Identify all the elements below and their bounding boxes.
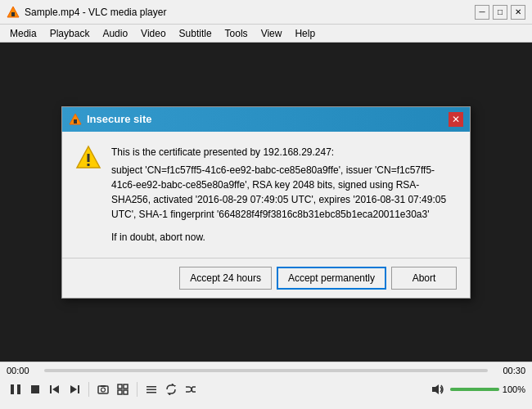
title-bar: Sample.mp4 - VLC media player ─ □ ✕ [0,0,532,25]
extended-button[interactable] [114,380,132,398]
dialog-message-details: subject 'CN=f1c57ff5-41c6-ee92-babc-ce85… [111,163,457,222]
maximize-button[interactable]: □ [493,5,507,20]
progress-bar[interactable] [44,369,488,372]
window-title: Sample.mp4 - VLC media player [25,7,475,18]
snapshot-button[interactable] [94,380,112,398]
warning-icon [75,145,101,171]
shuffle-button[interactable] [182,380,200,398]
svg-rect-14 [98,386,108,393]
window-controls[interactable]: ─ □ ✕ [475,5,525,20]
svg-rect-9 [31,385,39,393]
svg-rect-20 [124,390,128,394]
dialog-overlay: Insecure site ✕ This is the certificate … [0,43,532,362]
stop-button[interactable] [26,380,44,398]
dialog-vlc-icon [69,113,82,126]
separator-2 [137,382,138,397]
progress-area: 00:00 00:30 [0,362,532,379]
snapshot-icon [97,384,109,395]
dialog-footer: Accept 24 hours Accept permanently Abort [62,258,470,298]
dialog-body: This is the certificate presented by 192… [62,132,470,258]
playlist-button[interactable] [142,380,160,398]
separator-1 [88,382,89,397]
extended-icon [117,384,128,395]
menu-item-subtitle[interactable]: Subtitle [173,26,219,41]
svg-rect-12 [78,385,79,393]
menu-item-audio[interactable]: Audio [96,26,134,41]
menu-item-help[interactable]: Help [288,26,322,41]
accept-permanently-button[interactable]: Accept permanently [277,267,386,290]
svg-rect-8 [17,384,20,394]
time-total: 00:30 [493,366,525,375]
shuffle-icon [185,384,196,395]
prev-button[interactable] [46,380,64,398]
svg-rect-3 [74,119,77,124]
dialog-close-button[interactable]: ✕ [449,112,463,127]
loop-icon [165,384,177,395]
svg-marker-29 [432,384,439,394]
dialog-message-doubt: If in doubt, abort now. [111,230,457,245]
svg-rect-17 [118,384,122,389]
dialog-message-intro: This is the certificate presented by 192… [111,145,457,160]
bottom-bar: 00:00 00:30 [0,362,532,409]
svg-rect-19 [118,390,122,394]
svg-marker-13 [70,385,77,393]
prev-icon [49,384,61,395]
dialog-title-bar: Insecure site ✕ [62,107,470,132]
svg-rect-10 [50,385,52,393]
svg-point-15 [101,388,106,392]
menu-item-playback[interactable]: Playback [43,26,97,41]
volume-icon-button[interactable] [429,380,447,398]
loop-button[interactable] [162,380,180,398]
volume-fill [450,388,499,391]
svg-rect-22 [147,389,156,391]
svg-rect-1 [11,12,15,16]
volume-bar[interactable] [450,388,499,391]
volume-area: 100% [429,380,525,398]
svg-marker-11 [52,385,59,393]
svg-rect-7 [11,384,14,394]
menu-item-view[interactable]: View [255,26,289,41]
accept-24-hours-button[interactable]: Accept 24 hours [179,267,272,290]
menu-bar: Media Playback Audio Video Subtitle Tool… [0,25,532,43]
svg-marker-24 [174,385,176,387]
vlc-icon [7,6,20,19]
play-pause-button[interactable] [7,380,25,398]
svg-rect-16 [101,385,106,387]
dialog-title: Insecure site [87,113,449,125]
controls-row: 100% [0,379,532,400]
video-area: Insecure site ✕ This is the certificate … [0,43,532,362]
play-pause-icon [10,384,21,395]
svg-rect-5 [88,154,90,162]
next-icon [69,384,80,395]
svg-rect-18 [124,384,128,389]
menu-item-media[interactable]: Media [3,26,43,41]
minimize-button[interactable]: ─ [475,5,489,20]
svg-rect-6 [88,164,90,166]
playlist-icon [146,384,157,395]
dialog-message: This is the certificate presented by 192… [111,145,457,245]
menu-item-tools[interactable]: Tools [219,26,255,41]
menu-item-video[interactable]: Video [134,26,172,41]
close-button[interactable]: ✕ [511,5,525,20]
svg-rect-23 [147,392,156,393]
stop-icon [29,384,41,395]
svg-rect-21 [147,386,156,388]
insecure-site-dialog: Insecure site ✕ This is the certificate … [61,106,471,299]
volume-label: 100% [503,384,525,394]
abort-button[interactable]: Abort [391,267,457,290]
volume-icon [431,384,444,395]
next-button[interactable] [65,380,83,398]
time-current: 00:00 [7,366,39,375]
